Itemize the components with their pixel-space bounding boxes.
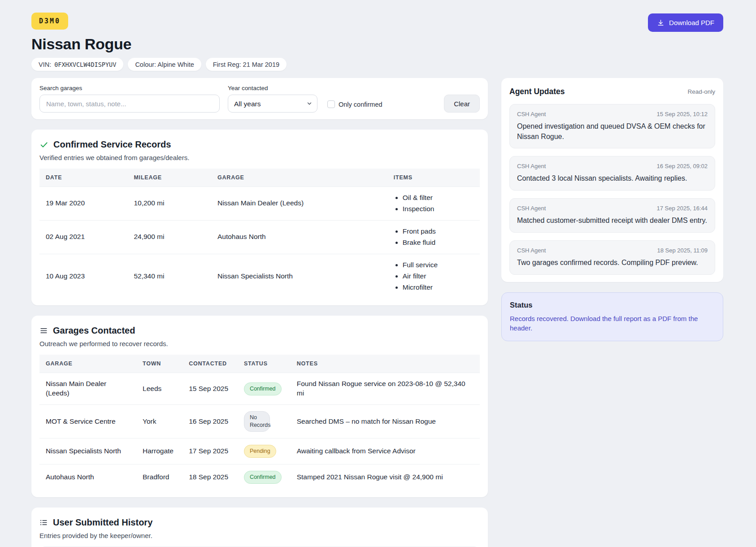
- user-history-card: User Submitted History Entries provided …: [31, 508, 488, 547]
- record-items-cell: Oil & filterInspection: [387, 187, 480, 221]
- record-item: Front pads: [403, 226, 474, 237]
- record-date-cell: 19 Mar 2020: [39, 187, 127, 221]
- confirmed-records-subtitle: Verified entries we obtained from garage…: [39, 154, 480, 161]
- confirmed-records-card: Confirmed Service Records Verified entri…: [31, 130, 488, 305]
- contacts-column-header: NOTES: [291, 355, 480, 373]
- download-pdf-label: Download PDF: [669, 19, 714, 26]
- update-timestamp: 17 Sep 2025, 16:44: [657, 205, 708, 212]
- agent-name: CSH Agent: [517, 205, 546, 212]
- update-header: CSH Agent16 Sep 2025, 09:02: [517, 163, 708, 169]
- update-header: CSH Agent18 Sep 2025, 11:09: [517, 247, 708, 254]
- update-text: Opened investigation and queued DVSA & O…: [517, 122, 708, 142]
- update-timestamp: 18 Sep 2025, 11:09: [657, 247, 708, 254]
- record-item: Microfilter: [403, 282, 474, 293]
- record-garage-cell: Nissan Main Dealer (Leeds): [211, 187, 387, 221]
- user-history-subtitle: Entries provided by the keeper/owner.: [39, 532, 480, 539]
- contact-notes-cell: Searched DMS – no match for Nissan Rogue: [291, 405, 480, 438]
- status-panel-text: Records recovered. Download the full rep…: [510, 314, 715, 333]
- contact-garage-name: Nissan Specialists North: [46, 447, 121, 455]
- garage-contact-row: Nissan Specialists NorthHarrogate17 Sep …: [39, 438, 480, 465]
- user-history-header: User Submitted History: [39, 517, 480, 528]
- agent-name: CSH Agent: [517, 163, 546, 169]
- garages-contacted-subtitle: Outreach we performed to recover records…: [39, 340, 480, 347]
- agent-name: CSH Agent: [517, 247, 546, 254]
- record-items-cell: Full serviceAir filterMicrofilter: [387, 254, 480, 298]
- agent-updates-card: Agent Updates Read-only CSH Agent15 Sep …: [501, 78, 723, 282]
- records-table-head: DATEMILEAGEGARAGEITEMS: [39, 169, 480, 187]
- contacts-column-header: GARAGE: [39, 355, 136, 373]
- record-item: Inspection: [403, 204, 474, 215]
- contact-date-cell: 18 Sep 2025: [182, 464, 238, 490]
- clear-button[interactable]: Clear: [444, 95, 480, 113]
- contact-garage-cell: Autohaus North: [39, 464, 136, 490]
- download-icon: [657, 19, 665, 26]
- record-mileage-cell: 52,340 mi: [127, 254, 211, 298]
- top-header: D3M0 Nissan Rogue VIN:0FXHXVCLW4DISPYUVC…: [31, 13, 723, 71]
- list-icon: [39, 518, 48, 527]
- contact-notes-cell: Awaiting callback from Service Advisor: [291, 438, 480, 465]
- chip-label: VIN:: [39, 61, 51, 68]
- update-timestamp: 16 Sep 2025, 09:02: [657, 163, 708, 169]
- confirmed-records-header: Confirmed Service Records: [39, 139, 480, 150]
- vehicle-chip-1: Colour: Alpine White: [128, 58, 201, 71]
- contact-notes-cell: Stamped 2021 Nissan Rogue visit @ 24,900…: [291, 464, 480, 490]
- vehicle-chip-0: VIN:0FXHXVCLW4DISPYUV: [31, 58, 123, 71]
- user-history-title: User Submitted History: [53, 517, 152, 528]
- menu-icon: [39, 326, 48, 335]
- search-group: Search garages: [39, 85, 220, 113]
- records-column-header: GARAGE: [211, 169, 387, 187]
- download-pdf-button[interactable]: Download PDF: [648, 13, 723, 32]
- garages-contacted-title: Garages Contacted: [53, 326, 135, 336]
- record-items-list: Oil & filterInspection: [394, 192, 474, 215]
- only-confirmed-checkbox[interactable]: [327, 100, 335, 108]
- contacts-column-header: STATUS: [238, 355, 291, 373]
- vehicle-chips: VIN:0FXHXVCLW4DISPYUVColour: Alpine Whit…: [31, 58, 287, 71]
- year-select-wrap: All years: [228, 95, 317, 113]
- chip-label: Colour: Alpine White: [135, 61, 194, 68]
- contact-town-cell: Leeds: [136, 373, 182, 405]
- garages-contacted-header: Garages Contacted: [39, 326, 480, 336]
- contact-status-cell: Confirmed: [238, 464, 291, 490]
- status-panel-title: Status: [510, 301, 715, 309]
- garage-contact-row: Autohaus NorthBradford18 Sep 2025Confirm…: [39, 464, 480, 490]
- only-confirmed-row: Only confirmed: [327, 100, 382, 108]
- contact-garage-name: Nissan Main Dealer (Leeds): [46, 380, 106, 397]
- record-date-cell: 02 Aug 2021: [39, 220, 127, 254]
- garages-contacted-card: Garages Contacted Outreach we performed …: [31, 316, 488, 497]
- update-header: CSH Agent15 Sep 2025, 10:12: [517, 111, 708, 117]
- search-input[interactable]: [39, 95, 220, 113]
- garage-contact-row: Nissan Main Dealer (Leeds)Leeds15 Sep 20…: [39, 373, 480, 405]
- record-items-list: Front padsBrake fluid: [394, 226, 474, 248]
- confirmed-records-table: DATEMILEAGEGARAGEITEMS 19 Mar 202010,200…: [39, 169, 480, 298]
- records-column-header: MILEAGE: [127, 169, 211, 187]
- confirmed-records-title: Confirmed Service Records: [53, 139, 171, 150]
- page: D3M0 Nissan Rogue VIN:0FXHXVCLW4DISPYUVC…: [0, 0, 756, 547]
- demo-badge: D3M0: [31, 13, 68, 30]
- filters-card: Search garages Year contacted All years …: [31, 78, 488, 119]
- contact-garage-cell: Nissan Specialists North: [39, 438, 136, 465]
- update-text: Two garages confirmed records. Compiling…: [517, 258, 708, 268]
- status-badge: Confirmed: [244, 471, 282, 484]
- update-text: Contacted 3 local Nissan specialists. Aw…: [517, 174, 708, 184]
- contact-date-cell: 16 Sep 2025: [182, 405, 238, 438]
- service-record-row: 10 Aug 202352,340 miNissan Specialists N…: [39, 254, 480, 298]
- agent-updates-list: CSH Agent15 Sep 2025, 10:12Opened invest…: [509, 104, 715, 275]
- year-contacted-label: Year contacted: [228, 85, 317, 91]
- record-items-cell: Front padsBrake fluid: [387, 220, 480, 254]
- vehicle-chip-2: First Reg: 21 Mar 2019: [206, 58, 287, 71]
- readonly-label: Read-only: [687, 88, 715, 95]
- agent-update-item: CSH Agent15 Sep 2025, 10:12Opened invest…: [509, 104, 715, 148]
- contacts-column-header: TOWN: [136, 355, 182, 373]
- only-confirmed-label: Only confirmed: [339, 101, 382, 108]
- garage-contact-row: MOT & Service CentreYork16 Sep 2025No Re…: [39, 405, 480, 438]
- year-select[interactable]: All years: [228, 95, 317, 113]
- contact-town-cell: Bradford: [136, 464, 182, 490]
- agent-update-item: CSH Agent17 Sep 2025, 16:44Matched custo…: [509, 198, 715, 233]
- record-item: Brake fluid: [403, 237, 474, 248]
- year-group: Year contacted All years: [228, 85, 317, 113]
- update-text: Matched customer-submitted receipt with …: [517, 216, 708, 226]
- contacts-column-header: CONTACTED: [182, 355, 238, 373]
- contact-garage-cell: MOT & Service Centre: [39, 405, 136, 438]
- page-title: Nissan Rogue: [31, 35, 287, 53]
- agent-updates-title: Agent Updates: [509, 87, 565, 96]
